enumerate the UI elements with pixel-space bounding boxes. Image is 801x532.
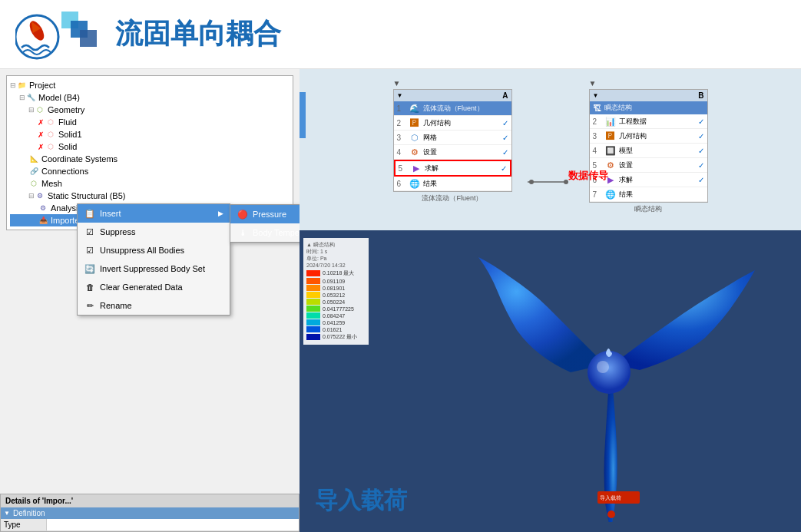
tree-item-coords[interactable]: 📐 Coordinate Systems: [10, 153, 290, 165]
menu-label-rename: Rename: [100, 301, 132, 310]
section-label: Definition: [13, 509, 45, 517]
unsuppress-icon: ☑: [84, 244, 96, 256]
logo-area: [15, 8, 100, 61]
details-header: Details of 'Impor...': [1, 494, 299, 507]
card-b-icon-4: 🔲: [605, 145, 616, 156]
card-a-label-6: 结果: [423, 179, 508, 189]
page-title: 流固单向耦合: [115, 15, 281, 53]
card-b-check-3: ✓: [698, 132, 704, 140]
legend-color-7: [306, 319, 320, 325]
clear-icon: 🗑: [84, 281, 96, 293]
menu-item-suppress[interactable]: ☑ Suppress: [78, 223, 230, 241]
card-b-check-4: ✓: [698, 147, 704, 155]
card-a-header: ▼ A: [394, 90, 511, 101]
legend-row-2: 0.081901: [306, 285, 366, 291]
submenu-item-pressure[interactable]: 🔴 Pressure: [230, 205, 300, 223]
card-b-row-7: 7 🌐 结果: [590, 187, 707, 202]
legend-val-4: 0.050224: [323, 299, 345, 305]
propeller-svg: 导入载荷: [417, 230, 801, 522]
legend-color-5: [306, 306, 320, 312]
svg-point-9: [588, 351, 631, 394]
submenu-label-temp: Body Temperature: [253, 228, 300, 237]
card-a-row-5: 5 ▶ 求解 ✓: [394, 160, 511, 177]
menu-label-clear: Clear Generated Data: [100, 283, 183, 292]
temp-icon: 🌡: [237, 226, 249, 239]
legend-val-3: 0.053212: [323, 292, 345, 298]
static-icon: ⚙: [35, 190, 45, 201]
card-a-row-6: 6 🌐 结果: [394, 177, 511, 191]
legend-color-4: [306, 299, 320, 305]
suppress-icon: ☑: [84, 226, 96, 238]
menu-label-invert: Invert Suppressed Body Set: [100, 264, 205, 273]
card-a-label-3: 网格: [423, 133, 502, 143]
card-b-icon-3: 🅿: [605, 131, 616, 141]
solid1-icon: ⬡: [45, 129, 56, 140]
card-b-label-5: 设置: [619, 160, 698, 170]
legend-val-8: 0.01621: [323, 327, 342, 332]
legend-row-8: 0.01621: [306, 326, 366, 332]
card-b-icon-2: 📊: [605, 116, 616, 127]
card-a-row-4: 4 ⚙ 设置 ✓: [394, 145, 511, 160]
card-b-footer: 瞬态结构: [589, 203, 708, 216]
insert-icon: 📋: [84, 207, 96, 220]
card-a-icon-4: ⚙: [409, 147, 420, 157]
tree-item-connections[interactable]: 🔗 Connections: [10, 165, 290, 177]
legend-color-3: [306, 292, 320, 298]
tree-item-solid1[interactable]: ✗ ⬡ Solid1: [10, 128, 290, 140]
legend-title-3: 单位: Pa: [306, 255, 366, 262]
geometry-icon: ⬡: [35, 104, 45, 115]
menu-label-insert: Insert: [100, 209, 121, 218]
main-content: ⊟ 📁 Project ⊟ 🔧 Model (B4) ⊟ ⬡ Geometry …: [0, 69, 801, 532]
legend-val-1: 0.091109: [323, 279, 345, 284]
menu-item-invert[interactable]: 🔄 Invert Suppressed Body Set: [78, 259, 230, 278]
card-a-label-4: 设置: [423, 147, 502, 157]
connections-icon: 🔗: [28, 166, 39, 177]
coords-icon: 📐: [28, 154, 39, 164]
legend-val-min: 0.075222 最小: [323, 333, 357, 341]
card-a-row-3: 3 ⬡ 网格 ✓: [394, 131, 511, 145]
card-a-icon-2: 🅿: [409, 117, 420, 128]
tree-item-solid[interactable]: ✗ ⬡ Solid: [10, 140, 290, 153]
card-b-row-4: 4 🔲 模型 ✓: [590, 144, 707, 158]
menu-label-suppress: Suppress: [100, 227, 135, 236]
analysis-icon: ⚙: [38, 203, 48, 213]
card-b-label-2: 工程数据: [619, 117, 698, 127]
menu-item-insert[interactable]: 📋 Insert ▶ 🔴 Pressure 🌡 Body Temperature: [78, 204, 230, 223]
card-b-title: B: [698, 91, 703, 100]
legend-color-min: [306, 334, 320, 340]
card-a-icon-3: ⬡: [409, 132, 420, 143]
card-a: ▼ A 1 🌊 流体流动（Fluent） 2 🅿: [393, 89, 512, 192]
tree-label-solid: Solid: [58, 142, 77, 151]
card-b-header: ▼ B: [590, 90, 707, 101]
fluid-icon: ⬡: [45, 117, 56, 127]
tree-label-solid1: Solid1: [58, 130, 82, 139]
menu-item-unsuppress[interactable]: ☑ Unsuppress All Bodies: [78, 241, 230, 259]
card-b-check-2: ✓: [698, 117, 704, 126]
svg-point-13: [607, 511, 615, 518]
imported-icon: 📥: [38, 215, 48, 226]
card-b-label-4: 模型: [619, 146, 698, 156]
tree-item-geometry[interactable]: ⊟ ⬡ Geometry: [10, 104, 290, 116]
section-triangle: ▼: [4, 510, 10, 517]
tree-item-model[interactable]: ⊟ 🔧 Model (B4): [10, 91, 290, 104]
card-b-check-6: ✓: [698, 176, 704, 184]
svg-point-8: [564, 180, 568, 184]
legend-val-7: 0.041259: [323, 320, 345, 325]
menu-item-clear[interactable]: 🗑 Clear Generated Data: [78, 278, 230, 296]
tree-item-mesh[interactable]: ⬡ Mesh: [10, 177, 290, 190]
submenu-item-temp[interactable]: 🌡 Body Temperature: [230, 223, 300, 242]
card-b-check-5: ✓: [698, 161, 704, 170]
tree-item-fluid[interactable]: ✗ ⬡ Fluid: [10, 116, 290, 128]
card-b-row-3: 3 🅿 几何结构 ✓: [590, 129, 707, 144]
details-row-type: Type: [1, 519, 299, 531]
tree-item-project[interactable]: ⊟ 📁 Project: [10, 79, 290, 91]
mesh-icon: ⬡: [28, 178, 39, 189]
svg-text:导入载荷: 导入载荷: [600, 495, 621, 501]
card-a-check-2: ✓: [502, 119, 508, 127]
tree-item-static[interactable]: ⊟ ⚙ Static Structural (B5): [10, 190, 290, 202]
menu-item-rename[interactable]: ✏ Rename: [78, 296, 230, 315]
header: 流固单向耦合: [0, 0, 801, 69]
left-panel: ⊟ 📁 Project ⊟ 🔧 Model (B4) ⊟ ⬡ Geometry …: [0, 69, 300, 532]
legend-val-2: 0.081901: [323, 286, 345, 291]
card-a-icon-5: ▶: [411, 163, 422, 173]
